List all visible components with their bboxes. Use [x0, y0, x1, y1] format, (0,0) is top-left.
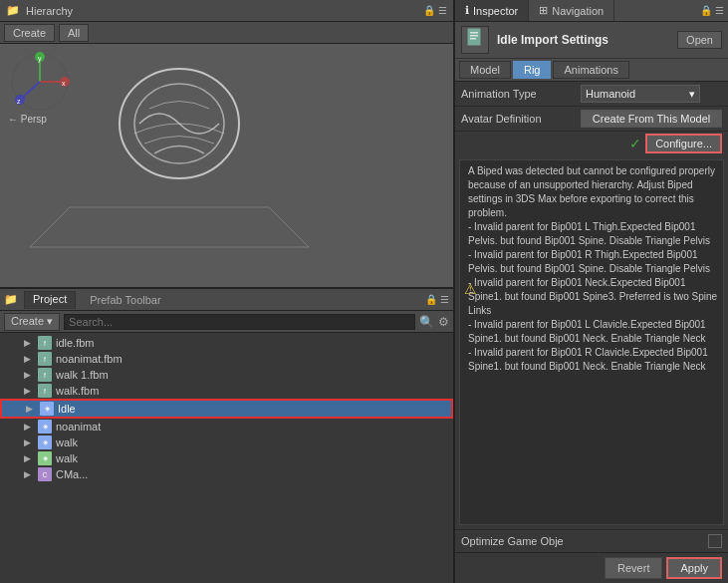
configure-button[interactable]: Configure...	[645, 134, 722, 153]
list-item[interactable]: ▶ f walk.fbm	[0, 383, 453, 399]
hierarchy-tab-strip: Create All	[0, 22, 453, 44]
list-item[interactable]: ▶ f walk 1.fbm	[0, 367, 453, 383]
arrow-icon: ▶	[26, 404, 36, 414]
persp-label: ← Persp	[8, 114, 47, 125]
arrow-icon: ▶	[24, 338, 34, 348]
file-name: walk 1.fbm	[56, 369, 109, 381]
project-lock-icon: 🔒 ☰	[425, 294, 449, 305]
avatar-definition-dropdown[interactable]: Create From This Model	[581, 110, 722, 128]
svg-marker-12	[30, 207, 309, 247]
main-layout: 📁 Hierarchy 🔒 ☰ Create All y	[0, 0, 728, 583]
bottom-buttons: Revert Apply	[455, 552, 728, 583]
rig-tab[interactable]: Rig	[513, 61, 552, 79]
prefab-icon: ◈	[38, 436, 52, 449]
avatar-definition-row: Avatar Definition Create From This Model	[455, 107, 728, 132]
nav-icon: ⊞	[539, 4, 548, 17]
svg-rect-15	[470, 35, 478, 37]
fbx-icon: C	[38, 467, 52, 481]
arrow-icon: ▶	[24, 437, 34, 447]
scene-gizmo: y x z	[10, 52, 70, 112]
list-item[interactable]: ▶ C CMa...	[0, 466, 453, 482]
list-item[interactable]: ▶ ◈ walk	[0, 435, 453, 450]
hierarchy-all-tab[interactable]: All	[59, 24, 89, 42]
animation-type-dropdown[interactable]: Humanoid ▾	[581, 85, 700, 103]
fbx-icon: f	[38, 368, 52, 382]
arrow-icon: ▶	[24, 453, 34, 463]
navigation-tab[interactable]: ⊞ Navigation	[529, 0, 614, 21]
chevron-down-icon: ▾	[689, 88, 695, 101]
fbx-icon: f	[38, 336, 52, 350]
inspector-tab[interactable]: ℹ Inspector	[455, 0, 529, 21]
inspector-icon: ℹ	[465, 4, 469, 17]
fbx-icon: f	[38, 352, 52, 366]
project-search-input[interactable]	[64, 314, 415, 330]
hierarchy-panel: 📁 Hierarchy 🔒 ☰ Create All y	[0, 0, 453, 289]
asset-icon	[461, 26, 489, 54]
project-folder-icon: 📁	[4, 293, 18, 306]
file-name: CMa...	[56, 468, 88, 480]
prefab-icon: ◈	[38, 420, 52, 434]
list-item[interactable]: ▶ ◈ noanimat	[0, 419, 453, 435]
hierarchy-title: Hierarchy	[26, 5, 73, 17]
list-item[interactable]: ▶ ◈ walk	[0, 450, 453, 466]
project-create-button[interactable]: Create ▾	[4, 313, 60, 331]
apply-button[interactable]: Apply	[666, 557, 722, 579]
project-toolbar: Create ▾ 🔍 ⚙	[0, 311, 453, 333]
project-content: ▶ f idle.fbm ▶ f noanimat.fbm ▶ f walk 1…	[0, 333, 453, 583]
animation-type-row: Animation Type Humanoid ▾	[455, 82, 728, 107]
svg-text:z: z	[17, 98, 21, 105]
configure-row: ✓ Configure...	[455, 132, 728, 155]
list-item-idle[interactable]: ▶ ◈ Idle	[0, 399, 453, 419]
file-name: walk	[56, 452, 78, 464]
optimize-label: Optimize Game Obje	[461, 535, 708, 547]
prefab-icon: ◈	[40, 402, 54, 416]
project-tabs: 📁 Project Prefab Toolbar 🔒 ☰	[0, 289, 453, 311]
hierarchy-lock-icon: 🔒 ☰	[423, 5, 447, 16]
hierarchy-folder-icon: 📁	[6, 4, 20, 17]
svg-text:x: x	[62, 80, 66, 87]
file-name: noanimat	[56, 421, 101, 433]
model-tab[interactable]: Model	[459, 61, 511, 79]
persp-arrow: ←	[8, 114, 18, 125]
revert-button[interactable]: Revert	[605, 557, 662, 579]
optimize-row: Optimize Game Obje	[455, 529, 728, 552]
inspector-lock-icon: 🔒 ☰	[700, 5, 728, 16]
warning-text: A Biped was detected but cannot be confi…	[468, 164, 719, 374]
inspector-panel: ℹ Inspector ⊞ Navigation 🔒 ☰ Idle Import…	[453, 0, 728, 583]
warning-icon: ⚠	[464, 280, 477, 300]
optimize-checkbox[interactable]	[708, 534, 722, 548]
left-panel: 📁 Hierarchy 🔒 ☰ Create All y	[0, 0, 453, 583]
hierarchy-header: 📁 Hierarchy 🔒 ☰	[0, 0, 453, 22]
file-name: noanimat.fbm	[56, 353, 122, 365]
arrow-icon: ▶	[24, 386, 34, 396]
avatar-definition-label: Avatar Definition	[461, 113, 581, 125]
scene-table	[30, 197, 309, 257]
checkmark-icon: ✓	[629, 136, 641, 151]
arrow-icon: ▶	[24, 370, 34, 380]
prefab-icon: ◈	[38, 451, 52, 465]
file-name: walk	[56, 437, 78, 448]
import-tabs: Model Rig Animations	[455, 59, 728, 82]
arrow-icon: ▶	[24, 469, 34, 479]
project-tab-active[interactable]: Project	[24, 291, 76, 309]
animations-tab[interactable]: Animations	[553, 61, 628, 79]
animation-type-label: Animation Type	[461, 88, 581, 100]
file-name: walk.fbm	[56, 385, 99, 397]
svg-rect-14	[470, 32, 478, 34]
file-name-idle: Idle	[58, 403, 76, 415]
hierarchy-create-tab[interactable]: Create	[4, 24, 55, 42]
animation-type-value: Humanoid ▾	[581, 85, 722, 103]
inspector-header: Idle Import Settings Open	[455, 22, 728, 59]
avatar-definition-value: Create From This Model	[581, 110, 722, 128]
file-name: idle.fbm	[56, 337, 95, 349]
project-tab-prefab[interactable]: Prefab Toolbar	[82, 293, 168, 307]
list-item[interactable]: ▶ f noanimat.fbm	[0, 351, 453, 367]
open-button[interactable]: Open	[677, 31, 722, 49]
scene-viewport: y x z ← Persp	[0, 44, 453, 287]
filter-icon: ⚙	[438, 315, 449, 329]
asset-name: Idle Import Settings	[497, 33, 669, 47]
warning-box: ⚠ A Biped was detected but cannot be con…	[459, 159, 724, 525]
arrow-icon: ▶	[24, 422, 34, 432]
list-item[interactable]: ▶ f idle.fbm	[0, 335, 453, 351]
svg-rect-16	[470, 38, 476, 40]
